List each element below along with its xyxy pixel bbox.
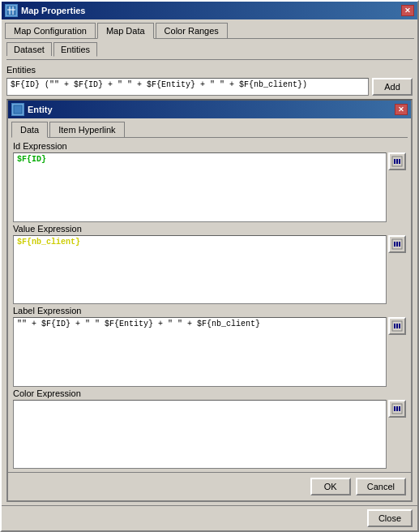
label-expression-button[interactable] — [388, 317, 406, 335]
main-content-area: Dataset Entities Entities $F{ID} ("" + $… — [2, 39, 417, 505]
sub-tab-divider — [6, 59, 413, 60]
id-expression-button[interactable] — [388, 152, 406, 170]
sub-tabs-bar: Dataset Entities — [6, 42, 413, 56]
svg-rect-19 — [396, 406, 398, 411]
value-expression-row — [13, 235, 406, 305]
entity-content: Id Expression <span class="expr-green">$… — [8, 138, 411, 472]
entities-row: $F{ID} ("" + $F{ID} + " " + $F{Entity} +… — [6, 78, 413, 96]
entity-tabs-bar: Data Item Hyperlink — [8, 118, 411, 137]
window-title: Map Properties — [21, 6, 85, 15]
svg-rect-12 — [399, 242, 400, 247]
entity-bottom-bar: OK Cancel — [8, 472, 411, 500]
main-window: Map Properties ✕ Map Configuration Map D… — [0, 0, 419, 532]
svg-rect-8 — [399, 159, 400, 164]
entity-close-button[interactable]: ✕ — [395, 104, 408, 115]
entity-tab-hyperlink[interactable]: Item Hyperlink — [49, 122, 124, 137]
label-expression-row — [13, 317, 406, 387]
color-expression-button[interactable] — [388, 400, 406, 418]
ok-button[interactable]: OK — [310, 478, 351, 496]
tab-color-ranges[interactable]: Color Ranges — [156, 23, 228, 38]
title-bar-left: Map Properties — [5, 4, 85, 17]
entity-icon — [11, 103, 24, 116]
id-expression-input[interactable]: <span class="expr-green">$F{ID}</span> — [13, 152, 387, 222]
id-expression-row: <span class="expr-green">$F{ID}</span> — [13, 152, 406, 222]
entity-window-title: Entity — [28, 105, 53, 114]
entity-window: Entity ✕ Data Item Hyperlink Id Expressi… — [6, 99, 413, 502]
window-close-button[interactable]: ✕ — [401, 5, 414, 16]
cancel-button[interactable]: Cancel — [356, 478, 406, 496]
color-expression-input[interactable] — [13, 400, 387, 470]
entity-title-left: Entity — [11, 103, 53, 116]
svg-rect-18 — [394, 406, 395, 411]
svg-rect-16 — [399, 324, 400, 328]
close-bar: Close — [2, 505, 417, 530]
svg-rect-10 — [394, 242, 395, 247]
svg-rect-0 — [7, 6, 15, 15]
svg-rect-4 — [14, 105, 22, 114]
svg-rect-20 — [399, 406, 400, 411]
color-expression-group: Color Expression — [13, 388, 406, 470]
color-expression-row — [13, 400, 406, 470]
value-expression-group: Value Expression — [13, 224, 406, 305]
label-expression-label: Label Expression — [13, 306, 406, 315]
color-expression-label: Color Expression — [13, 388, 406, 398]
label-expression-input[interactable] — [13, 317, 387, 387]
svg-rect-11 — [396, 242, 398, 247]
tab-map-configuration[interactable]: Map Configuration — [5, 23, 96, 38]
sub-tab-dataset[interactable]: Dataset — [6, 42, 52, 56]
svg-rect-7 — [396, 159, 398, 164]
svg-rect-15 — [396, 324, 398, 328]
value-expression-input[interactable] — [13, 235, 387, 305]
map-icon — [5, 4, 18, 17]
title-bar: Map Properties ✕ — [2, 2, 417, 19]
close-button[interactable]: Close — [367, 509, 413, 527]
add-button[interactable]: Add — [372, 78, 413, 96]
id-expression-label: Id Expression — [13, 141, 406, 151]
sub-tab-entities[interactable]: Entities — [53, 42, 97, 57]
svg-rect-14 — [394, 324, 395, 328]
id-expression-group: Id Expression <span class="expr-green">$… — [13, 141, 406, 222]
value-expression-label: Value Expression — [13, 224, 406, 234]
svg-rect-6 — [394, 159, 395, 164]
main-tabs-bar: Map Configuration Map Data Color Ranges — [2, 19, 417, 38]
entities-label: Entities — [6, 65, 413, 75]
entity-tab-data[interactable]: Data — [11, 122, 48, 138]
entities-input[interactable]: $F{ID} ("" + $F{ID} + " " + $F{Entity} +… — [6, 78, 369, 96]
entity-title-bar: Entity ✕ — [8, 101, 411, 118]
label-expression-group: Label Expression — [13, 306, 406, 387]
tab-map-data[interactable]: Map Data — [97, 23, 154, 39]
value-expression-button[interactable] — [388, 235, 406, 253]
